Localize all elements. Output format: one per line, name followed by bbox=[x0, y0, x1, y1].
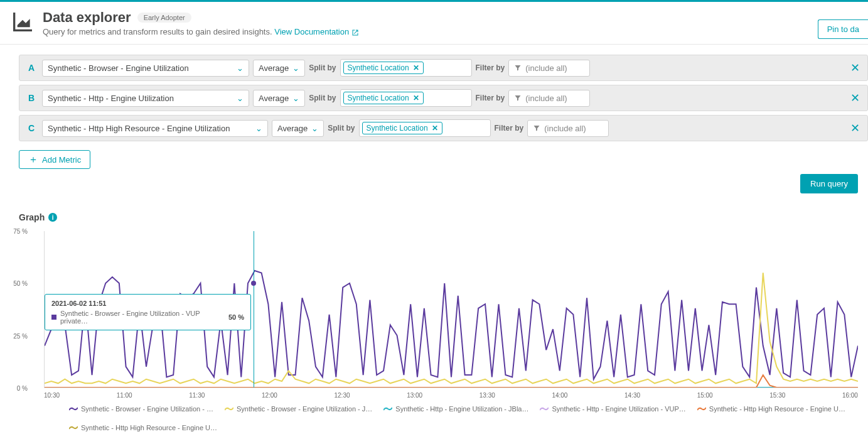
split-chip[interactable]: Synthetic Location ✕ bbox=[343, 62, 424, 74]
remove-metric-a-button[interactable]: ✕ bbox=[848, 61, 862, 75]
x-axis: 10:3011:0011:3012:0012:3013:0013:3014:00… bbox=[44, 392, 858, 399]
chart-legend: Synthetic - Browser - Engine Utilization… bbox=[69, 405, 858, 431]
plus-icon: ＋ bbox=[28, 154, 38, 165]
metric-select-b[interactable]: Synthetic - Http - Engine Utilization ⌄ bbox=[42, 90, 249, 107]
graph-heading: Graph bbox=[19, 212, 45, 222]
chart-plot[interactable]: 2021-06-02 11:51 Synthetic - Browser - E… bbox=[44, 231, 858, 388]
split-chip[interactable]: Synthetic Location ✕ bbox=[343, 92, 424, 104]
metric-row-b: B Synthetic - Http - Engine Utilization … bbox=[19, 85, 868, 111]
aggregation-select-c[interactable]: Average ⌄ bbox=[272, 120, 324, 137]
aggregation-select-a[interactable]: Average ⌄ bbox=[253, 60, 305, 77]
metric-select-c[interactable]: Synthetic - Http High Resource - Engine … bbox=[42, 120, 268, 137]
metric-letter: A bbox=[24, 63, 38, 73]
remove-chip-icon[interactable]: ✕ bbox=[413, 94, 419, 102]
subtitle: Query for metrics and transform results … bbox=[43, 27, 858, 36]
legend-item[interactable]: Synthetic - Http - Engine Utilization - … bbox=[540, 405, 685, 413]
filter-input-b[interactable]: (include all) bbox=[508, 90, 590, 107]
legend-line-icon bbox=[69, 406, 78, 411]
chevron-down-icon: ⌄ bbox=[292, 63, 299, 73]
split-by-label: Split by bbox=[309, 94, 336, 102]
filter-icon bbox=[514, 64, 522, 72]
x-tick: 11:30 bbox=[189, 392, 205, 399]
split-by-label: Split by bbox=[309, 63, 336, 72]
legend-item[interactable]: Synthetic - Http - Engine Utilization - … bbox=[383, 405, 528, 413]
legend-item[interactable]: Synthetic - Browser - Engine Utilization… bbox=[69, 405, 213, 413]
legend-item[interactable]: Synthetic - Browser - Engine Utilization… bbox=[225, 405, 372, 413]
x-tick: 14:00 bbox=[552, 392, 567, 399]
x-tick: 13:00 bbox=[407, 392, 422, 399]
remove-metric-b-button[interactable]: ✕ bbox=[848, 91, 862, 105]
legend-line-icon bbox=[697, 406, 706, 411]
legend-line-icon bbox=[225, 406, 233, 411]
x-tick: 14:30 bbox=[624, 392, 640, 399]
hover-point bbox=[251, 281, 256, 286]
external-link-icon bbox=[351, 29, 359, 36]
x-tick: 13:30 bbox=[480, 392, 495, 399]
x-tick: 12:30 bbox=[335, 392, 350, 399]
remove-chip-icon[interactable]: ✕ bbox=[413, 63, 419, 72]
chart-tooltip: 2021-06-02 11:51 Synthetic - Browser - E… bbox=[45, 294, 251, 330]
split-by-label: Split by bbox=[328, 124, 355, 133]
metric-letter: B bbox=[24, 93, 38, 103]
chevron-down-icon: ⌄ bbox=[237, 63, 244, 73]
split-chip[interactable]: Synthetic Location ✕ bbox=[362, 122, 442, 134]
chevron-down-icon: ⌄ bbox=[255, 124, 262, 133]
run-query-button[interactable]: Run query bbox=[800, 174, 858, 193]
chevron-down-icon: ⌄ bbox=[237, 94, 244, 103]
page-title: Data explorer bbox=[43, 9, 131, 26]
x-tick: 15:00 bbox=[697, 392, 713, 399]
filter-input-a[interactable]: (include all) bbox=[508, 60, 590, 77]
hover-vline bbox=[254, 231, 254, 388]
filter-icon bbox=[514, 94, 522, 102]
y-axis: 75 % 50 % 25 % 0 % bbox=[3, 231, 28, 388]
graph-section: Graph i 75 % 50 % 25 % 0 % 2021-06-02 11… bbox=[19, 212, 868, 431]
legend-item[interactable]: Synthetic - Http High Resource - Engine … bbox=[69, 424, 217, 431]
pin-to-dashboard-button[interactable]: Pin to da bbox=[818, 19, 868, 39]
x-tick: 16:00 bbox=[842, 392, 858, 399]
x-tick: 12:00 bbox=[262, 392, 277, 399]
early-adopter-badge: Early Adopter bbox=[137, 13, 191, 23]
metric-row-c: C Synthetic - Http High Resource - Engin… bbox=[19, 115, 868, 141]
legend-line-icon bbox=[69, 425, 78, 430]
legend-line-icon bbox=[383, 406, 392, 411]
add-metric-button[interactable]: ＋ Add Metric bbox=[19, 150, 90, 169]
metric-letter: C bbox=[24, 123, 38, 133]
filter-by-label: Filter by bbox=[476, 63, 505, 72]
chevron-down-icon: ⌄ bbox=[311, 124, 318, 133]
split-by-input-c[interactable]: Synthetic Location ✕ bbox=[359, 119, 491, 137]
info-icon[interactable]: i bbox=[48, 213, 57, 222]
split-by-input-b[interactable]: Synthetic Location ✕ bbox=[340, 89, 472, 107]
filter-input-c[interactable]: (include all) bbox=[527, 120, 609, 137]
chart-area-icon bbox=[10, 9, 35, 35]
aggregation-select-b[interactable]: Average ⌄ bbox=[253, 90, 305, 107]
metric-select-a[interactable]: Synthetic - Browser - Engine Utilization… bbox=[42, 60, 249, 77]
legend-item[interactable]: Synthetic - Http High Resource - Engine … bbox=[697, 405, 845, 413]
split-by-input-a[interactable]: Synthetic Location ✕ bbox=[340, 59, 472, 77]
x-tick: 15:30 bbox=[769, 392, 785, 399]
legend-line-icon bbox=[540, 406, 549, 411]
filter-by-label: Filter by bbox=[495, 124, 524, 133]
view-documentation-link[interactable]: View Documentation bbox=[274, 27, 359, 36]
filter-by-label: Filter by bbox=[476, 94, 505, 102]
swatch-icon bbox=[51, 315, 56, 320]
chevron-down-icon: ⌄ bbox=[292, 94, 299, 103]
x-tick: 11:00 bbox=[117, 392, 132, 399]
remove-chip-icon[interactable]: ✕ bbox=[432, 124, 438, 133]
x-tick: 10:30 bbox=[44, 392, 60, 399]
page-header: Data explorer Early Adopter Query for me… bbox=[0, 2, 868, 45]
remove-metric-c-button[interactable]: ✕ bbox=[848, 121, 862, 135]
metric-row-a: A Synthetic - Browser - Engine Utilizati… bbox=[19, 55, 868, 81]
filter-icon bbox=[533, 124, 540, 132]
